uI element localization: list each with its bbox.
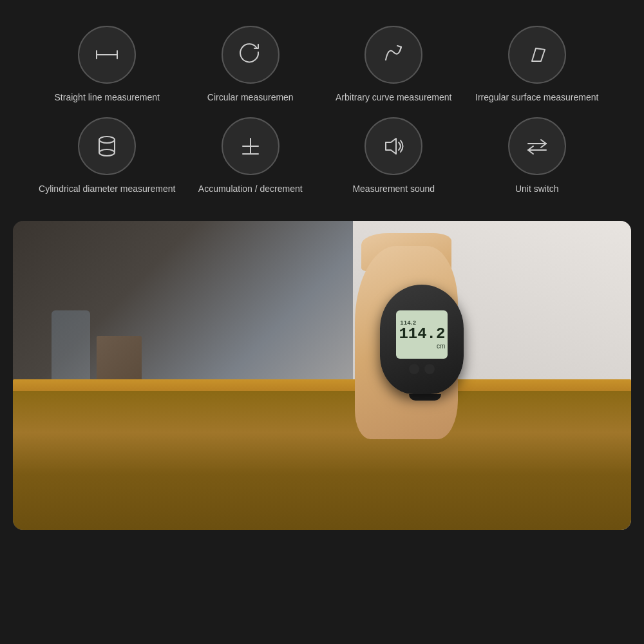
device-base — [409, 394, 441, 401]
device-button-right[interactable] — [424, 364, 435, 374]
device-photo: 114.2 114.2 cm — [13, 221, 631, 530]
table-surface — [13, 391, 631, 530]
arbitrary-circle — [365, 26, 422, 84]
unit-switch-circle — [508, 117, 566, 175]
feature-irregular: Irregular surface measurement — [469, 26, 606, 104]
icons-grid: Straight line measurement Circular measu… — [26, 19, 618, 202]
cylindrical-label: Cylindrical diameter measurement — [39, 183, 175, 196]
svg-point-4 — [99, 137, 115, 143]
straight-line-circle — [78, 26, 136, 84]
irregular-surface-icon — [523, 41, 551, 69]
unit-switch-icon — [523, 132, 551, 160]
svg-point-7 — [99, 149, 115, 156]
sound-label: Measurement sound — [352, 183, 435, 196]
sound-circle — [365, 117, 422, 175]
unit-switch-label: Unit switch — [515, 183, 559, 196]
device-screen: 114.2 114.2 cm — [396, 310, 448, 359]
circular-icon — [236, 41, 265, 69]
straight-line-label: Straight line measurement — [55, 91, 160, 104]
feature-arbitrary: Arbitrary curve measurement — [325, 26, 462, 104]
device-body: 114.2 114.2 cm — [380, 285, 464, 394]
feature-sound: Measurement sound — [325, 117, 462, 196]
feature-unit-switch: Unit switch — [469, 117, 606, 196]
arbitrary-curve-icon — [379, 41, 408, 69]
measuring-device: 114.2 114.2 cm — [380, 285, 470, 401]
app-container: Straight line measurement Circular measu… — [0, 0, 644, 530]
device-button-left[interactable] — [409, 364, 419, 374]
photo-section: 114.2 114.2 cm — [13, 221, 631, 530]
cylindrical-circle — [78, 117, 136, 175]
features-section: Straight line measurement Circular measu… — [0, 0, 644, 214]
straight-line-icon — [93, 41, 121, 69]
feature-straight-line: Straight line measurement — [39, 26, 176, 104]
svg-marker-3 — [532, 48, 545, 61]
circular-circle — [222, 26, 279, 84]
device-screen-primary: 114.2 — [399, 326, 445, 343]
device-buttons — [409, 364, 435, 374]
circular-label: Circular measuremen — [207, 91, 294, 104]
irregular-label: Irregular surface measurement — [475, 91, 598, 104]
cylindrical-icon — [93, 132, 121, 160]
sound-icon — [379, 132, 408, 160]
device-screen-unit: cm — [437, 343, 445, 350]
feature-cylindrical: Cylindrical diameter measurement — [39, 117, 176, 196]
svg-marker-11 — [386, 138, 396, 154]
feature-circular: Circular measuremen — [182, 26, 319, 104]
feature-accumulation: Accumulation / decrement — [182, 117, 319, 196]
accumulation-circle — [222, 117, 279, 175]
accumulation-icon — [236, 132, 265, 160]
arbitrary-label: Arbitrary curve measurement — [336, 91, 452, 104]
irregular-circle — [508, 26, 566, 84]
accumulation-label: Accumulation / decrement — [198, 183, 303, 196]
